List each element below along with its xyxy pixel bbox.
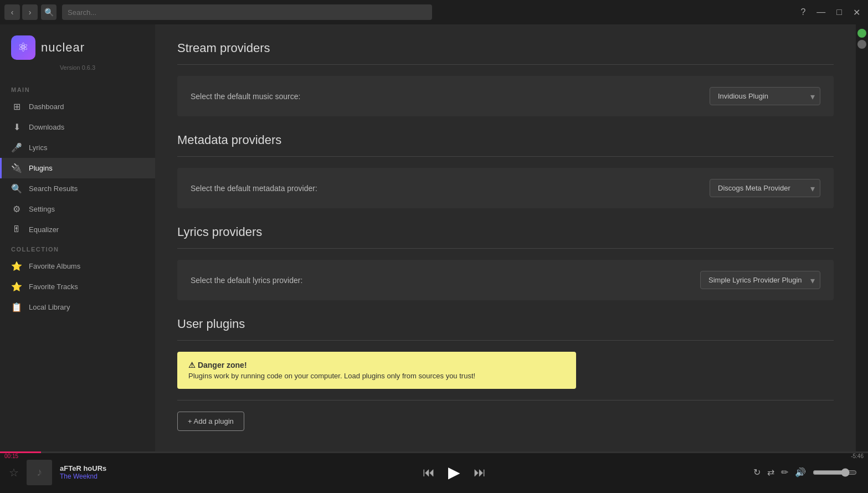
lyrics-provider-select-wrap: Simple Lyrics Provider Plugin Genius Plu…: [700, 271, 820, 289]
sidebar-item-label: Local Library: [29, 303, 70, 311]
sidebar-item-label: Downloads: [29, 123, 64, 131]
metadata-divider: [177, 156, 834, 157]
sidebar-item-label: Equalizer: [29, 225, 59, 234]
search-results-icon: 🔍: [11, 183, 22, 194]
stream-providers-title: Stream providers: [177, 41, 834, 55]
window-controls: ? — □ ✕: [797, 6, 864, 19]
sidebar-item-dashboard[interactable]: ⊞ Dashboard: [0, 96, 155, 117]
add-plugin-divider: [177, 400, 834, 400]
main-layout: ⚛ nuclear Version 0.6.3 MAIN ⊞ Dashboard…: [0, 24, 868, 451]
logo-icon: ⚛: [11, 35, 35, 60]
time-current: 00:15: [4, 453, 18, 459]
user-plugins-divider: [177, 340, 834, 341]
track-favorite-icon[interactable]: ☆: [9, 466, 19, 479]
play-button[interactable]: ▶: [448, 463, 460, 481]
search-icon-button[interactable]: 🔍: [41, 4, 57, 20]
right-panel-btn-green[interactable]: [857, 29, 866, 38]
lyrics-provider-select[interactable]: Simple Lyrics Provider Plugin Genius Plu…: [700, 271, 820, 289]
search-bar: [62, 4, 432, 20]
player-extras: ↻ ⇄ ✏ 🔊: [753, 467, 868, 477]
nav-buttons: ‹ ›: [4, 4, 38, 20]
minimize-button[interactable]: —: [813, 6, 829, 18]
stream-divider: [177, 64, 834, 65]
sidebar-item-settings[interactable]: ⚙ Settings: [0, 199, 155, 219]
edit-button[interactable]: ✏: [781, 467, 788, 477]
metadata-providers-title: Metadata providers: [177, 133, 834, 147]
version-text: Version 0.6.3: [0, 64, 155, 71]
sidebar-item-label: Favorite Tracks: [29, 283, 78, 291]
sidebar-item-favorite-albums[interactable]: ⭐ Favorite Albums: [0, 256, 155, 276]
stream-provider-label: Select the default music source:: [191, 92, 300, 101]
local-library-icon: 📋: [11, 302, 22, 312]
lyrics-providers-title: Lyrics providers: [177, 225, 834, 239]
lyrics-provider-card: Select the default lyrics provider: Simp…: [177, 260, 834, 300]
track-thumbnail: ♪: [27, 460, 52, 485]
player-track-info: ☆ ♪ aFTeR hoURs The Weeknd: [0, 460, 155, 485]
sidebar-item-plugins[interactable]: 🔌 Plugins: [0, 158, 155, 178]
dashboard-icon: ⊞: [11, 101, 22, 112]
danger-zone-title: ⚠ Danger zone!: [188, 361, 565, 369]
next-button[interactable]: ⏭: [474, 465, 486, 480]
danger-zone-text: Plugins work by running code on your com…: [188, 372, 565, 380]
metadata-provider-select[interactable]: Discogs Meta Provider Last.fm Provider M…: [710, 179, 820, 197]
player-controls: ⏮ ▶ ⏭: [155, 463, 753, 481]
metadata-provider-label: Select the default metadata provider:: [191, 184, 317, 193]
player-bar: 00:15 -5:46 ☆ ♪ aFTeR hoURs The Weeknd ⏮…: [0, 451, 868, 493]
lyrics-provider-label: Select the default lyrics provider:: [191, 276, 302, 285]
content-area: Stream providers Select the default musi…: [155, 24, 856, 451]
search-input[interactable]: [68, 8, 427, 17]
sidebar-item-label: Settings: [29, 205, 55, 213]
sidebar-item-local-library[interactable]: 📋 Local Library: [0, 297, 155, 317]
sidebar-item-label: Dashboard: [29, 102, 64, 111]
user-plugins-title: User plugins: [177, 317, 834, 331]
plugins-icon: 🔌: [11, 163, 22, 173]
metadata-provider-select-wrap: Discogs Meta Provider Last.fm Provider M…: [710, 179, 820, 197]
collection-section-label: COLLECTION: [0, 239, 155, 256]
metadata-provider-card: Select the default metadata provider: Di…: [177, 168, 834, 208]
volume-button[interactable]: 🔊: [795, 467, 806, 477]
sidebar: ⚛ nuclear Version 0.6.3 MAIN ⊞ Dashboard…: [0, 24, 155, 451]
stream-provider-card: Select the default music source: Invidio…: [177, 76, 834, 116]
right-panel-btn-gray[interactable]: [857, 40, 866, 49]
main-section-label: MAIN: [0, 80, 155, 96]
stream-provider-select-wrap: Invidious Plugin YouTube Plugin SoundClo…: [710, 87, 820, 105]
progress-bar[interactable]: [0, 451, 868, 453]
sidebar-item-equalizer[interactable]: 🎚 Equalizer: [0, 219, 155, 239]
downloads-icon: ⬇: [11, 122, 22, 132]
settings-icon: ⚙: [11, 204, 22, 214]
equalizer-icon: 🎚: [11, 224, 22, 234]
repeat-button[interactable]: ↻: [753, 467, 761, 477]
time-total: -5:46: [851, 453, 864, 459]
volume-slider[interactable]: [813, 468, 857, 477]
sidebar-item-downloads[interactable]: ⬇ Downloads: [0, 117, 155, 137]
favorite-tracks-icon: ⭐: [11, 281, 22, 292]
sidebar-item-label: Lyrics: [29, 143, 47, 152]
sidebar-item-favorite-tracks[interactable]: ⭐ Favorite Tracks: [0, 276, 155, 297]
sidebar-item-search-results[interactable]: 🔍 Search Results: [0, 178, 155, 199]
back-button[interactable]: ‹: [4, 4, 20, 20]
danger-zone-box: ⚠ Danger zone! Plugins work by running c…: [177, 352, 576, 389]
logo-area: ⚛ nuclear: [0, 24, 155, 64]
right-panel: [856, 24, 868, 451]
lyrics-icon: 🎤: [11, 142, 22, 153]
lyrics-divider: [177, 248, 834, 249]
forward-button[interactable]: ›: [22, 4, 38, 20]
track-metadata: aFTeR hoURs The Weeknd: [60, 464, 106, 480]
track-name: aFTeR hoURs: [60, 464, 106, 473]
maximize-button[interactable]: □: [833, 6, 845, 18]
favorite-albums-icon: ⭐: [11, 261, 22, 271]
sidebar-item-lyrics[interactable]: 🎤 Lyrics: [0, 137, 155, 158]
shuffle-button[interactable]: ⇄: [767, 467, 774, 477]
sidebar-item-label: Plugins: [29, 164, 53, 172]
track-artist: The Weeknd: [60, 473, 106, 480]
add-plugin-button[interactable]: + Add a plugin: [177, 412, 244, 431]
sidebar-item-label: Search Results: [29, 184, 78, 193]
title-bar: ‹ › 🔍 ? — □ ✕: [0, 0, 868, 24]
stream-provider-select[interactable]: Invidious Plugin YouTube Plugin SoundClo…: [710, 87, 820, 105]
help-button[interactable]: ?: [797, 6, 809, 18]
app-name: nuclear: [41, 40, 85, 55]
close-button[interactable]: ✕: [850, 6, 864, 19]
prev-button[interactable]: ⏮: [423, 465, 435, 480]
sidebar-item-label: Favorite Albums: [29, 262, 80, 270]
